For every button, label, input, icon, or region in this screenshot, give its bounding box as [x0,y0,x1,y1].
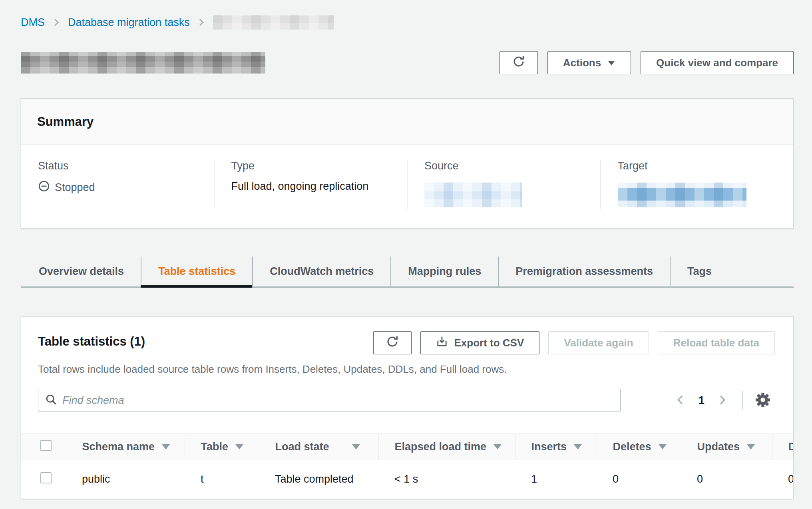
breadcrumb-tasks-link[interactable]: Database migration tasks [68,16,190,29]
column-header-inserts[interactable]: Inserts [515,434,597,460]
sort-descending-icon[interactable] [494,444,502,449]
refresh-icon [512,55,525,71]
cell-deletes: 0 [597,460,681,499]
task-name-redacted [21,52,265,74]
table-preferences-button[interactable] [752,390,773,412]
find-schema-searchbox [38,389,621,412]
quick-view-label: Quick view and compare [656,57,778,69]
type-value: Full load, ongoing replication [231,180,399,193]
stopped-circle-minus-icon [38,180,50,195]
export-to-csv-label: Export to CSV [454,337,524,349]
column-header-elapsed-load-time[interactable]: Elapsed load time [378,434,515,460]
sort-descending-icon[interactable] [659,444,667,449]
cell-load-state: Table completed [259,460,378,499]
reload-table-data-button: Reload table data [658,331,775,354]
tab-premigration-assessments[interactable]: Premigration assessments [498,256,670,286]
table-statistics-title: Table statistics (1) [38,331,145,349]
sort-descending-icon[interactable] [574,444,582,449]
actions-button[interactable]: Actions [547,51,631,74]
table-statistics-table: Schema name Table Load state Elapsed loa… [21,433,793,499]
breadcrumb: DMS Database migration tasks [21,14,794,30]
status-label: Status [38,160,206,172]
refresh-button[interactable] [500,51,538,74]
column-label: Deletes [613,441,651,453]
source-endpoint-link-redacted[interactable] [424,183,522,207]
page-header: Actions Quick view and compare [21,51,794,74]
quick-view-compare-button[interactable]: Quick view and compare [641,51,794,74]
next-page-button[interactable] [715,391,730,410]
table-statistics-panel: Table statistics (1) Export to CSV [21,316,794,499]
column-header-deletes[interactable]: Deletes [597,434,681,460]
pagination: 1 [673,390,773,412]
summary-status-column: Status Stopped [21,160,214,209]
task-detail-tabs: Overview details Table statistics CloudW… [21,256,794,288]
summary-target-column: Target [600,160,794,209]
tab-overview-details[interactable]: Overview details [21,256,141,286]
table-filter-row: 1 [38,389,775,412]
sort-descending-icon[interactable] [162,444,170,449]
column-header-schema-name[interactable]: Schema name [66,434,185,460]
summary-grid: Status Stopped Type Full load, ongoing r… [21,145,793,228]
table-tools-buttons: Export to CSV Validate again Reload tabl… [373,331,775,354]
breadcrumb-dms-link[interactable]: DMS [21,16,45,29]
sort-descending-icon[interactable] [747,444,755,449]
actions-button-label: Actions [563,57,601,69]
pager-divider [742,391,743,410]
cell-table: t [185,460,259,499]
column-header-truncated[interactable]: D [772,434,793,460]
column-header-load-state[interactable]: Load state [259,434,378,460]
breadcrumb-task-name-redacted [213,15,334,30]
column-label: Load state [275,441,329,453]
select-all-checkbox[interactable] [40,440,52,451]
cell-inserts: 1 [515,460,597,499]
table-row: public t Table completed < 1 s 1 0 0 0 [21,460,793,499]
export-to-csv-button[interactable]: Export to CSV [420,331,540,354]
table-statistics-description: Total rows include loaded source table r… [38,363,775,375]
tab-table-statistics[interactable]: Table statistics [141,256,252,286]
dms-task-page: DMS Database migration tasks Actions [0,0,812,499]
column-header-table[interactable]: Table [185,434,259,460]
sort-descending-icon[interactable] [352,444,360,449]
source-label: Source [424,160,592,172]
column-label: Inserts [531,441,567,453]
summary-source-column: Source [407,160,600,209]
column-label: D [788,441,794,453]
download-icon [436,336,448,350]
tab-mapping-rules[interactable]: Mapping rules [390,256,498,286]
summary-type-column: Type Full load, ongoing replication [214,160,407,209]
sort-descending-icon[interactable] [235,444,243,449]
cell-truncated: 0 [772,460,793,499]
cell-updates: 0 [681,460,772,499]
status-value: Stopped [38,180,206,195]
search-icon [45,393,58,408]
reload-table-data-label: Reload table data [673,337,759,349]
target-endpoint-link-redacted[interactable] [618,183,746,207]
find-schema-input[interactable] [62,394,614,407]
column-header-updates[interactable]: Updates [681,434,772,460]
target-label: Target [618,160,786,172]
chevron-right-icon [197,16,206,28]
caret-down-icon [607,57,615,69]
column-label: Table [201,441,229,453]
cell-elapsed-load-time: < 1 s [378,460,515,499]
current-page-number[interactable]: 1 [698,394,705,407]
chevron-left-icon [675,393,685,408]
refresh-icon [386,335,399,351]
validate-again-label: Validate again [564,337,633,349]
tab-cloudwatch-metrics[interactable]: CloudWatch metrics [252,256,390,286]
table-refresh-button[interactable] [373,331,412,354]
settings-gear-icon [754,391,772,410]
chevron-right-icon [717,393,728,408]
column-label: Elapsed load time [395,441,487,453]
chevron-right-icon [52,16,61,28]
row-checkbox[interactable] [40,472,52,483]
cell-schema-name: public [66,460,185,499]
table-header-row: Schema name Table Load state Elapsed loa… [21,434,793,460]
validate-again-button: Validate again [548,331,649,354]
summary-panel: Summary Status Stopped Type Full load, o… [21,98,794,229]
table-tools: Table statistics (1) Export to CSV [21,317,793,412]
previous-page-button[interactable] [673,391,688,410]
column-label: Updates [697,441,740,453]
column-label: Schema name [82,441,155,453]
tab-tags[interactable]: Tags [670,256,728,286]
